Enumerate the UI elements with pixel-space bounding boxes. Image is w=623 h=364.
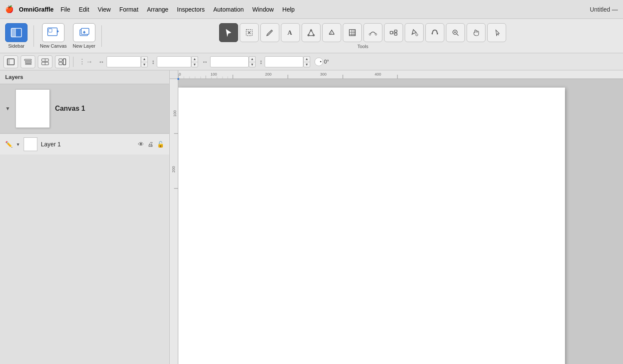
tools-row: A — [219, 23, 506, 42]
canvas-white-area — [178, 88, 565, 364]
x-coord-input[interactable] — [107, 56, 141, 67]
new-canvas-icon — [42, 23, 64, 42]
angle-display: 0° — [315, 58, 337, 66]
menu-help[interactable]: Help — [279, 5, 298, 14]
layer-chevron-icon[interactable]: ▼ — [16, 142, 20, 147]
sidebar-button[interactable]: Sidebar — [3, 21, 29, 50]
select-tool[interactable] — [219, 23, 238, 42]
canvas-item[interactable]: ▼ Canvas 1 — [0, 84, 169, 133]
y-coord-group: ↕ ▲ ▼ — [150, 56, 198, 67]
new-canvas-button[interactable]: New Canvas — [38, 21, 68, 50]
width-stepper-up[interactable]: ▲ — [249, 56, 256, 62]
menu-window[interactable]: Window — [249, 5, 277, 14]
y-coord-input[interactable] — [157, 56, 191, 67]
svg-text:A: A — [287, 29, 292, 36]
layer-name: Layer 1 — [41, 141, 134, 148]
svg-point-20 — [369, 33, 371, 35]
new-canvas-label: New Canvas — [40, 43, 67, 49]
menu-file[interactable]: File — [57, 5, 74, 14]
canvas-separator: ⋮→ — [77, 58, 95, 66]
menu-arrange[interactable]: Arrange — [144, 5, 172, 14]
x-stepper-up[interactable]: ▲ — [141, 56, 148, 62]
y-coord-icon: ↕ — [150, 58, 156, 65]
height-stepper-up[interactable]: ▲ — [303, 56, 310, 62]
x-stepper-down[interactable]: ▼ — [141, 62, 148, 67]
magnet-tool[interactable] — [425, 23, 444, 42]
svg-point-27 — [416, 33, 418, 36]
pen-tool[interactable] — [260, 23, 279, 42]
secondary-toolbar: ⋮→ ↔ ▲ ▼ ↕ ▲ ▼ ↔ ▲ ▼ — [0, 53, 623, 70]
outline-view-btn[interactable] — [21, 55, 35, 68]
layer-pen-icon[interactable]: ✏️ — [5, 141, 12, 148]
layer-lock-icon[interactable]: 🔓 — [157, 141, 164, 148]
menu-automation[interactable]: Automation — [210, 5, 247, 14]
shape-select-tool[interactable] — [240, 23, 259, 42]
menu-edit[interactable]: Edit — [75, 5, 92, 14]
width-stepper: ▲ ▼ — [249, 56, 256, 67]
main-layout: Layers ▼ Canvas 1 ✏️ ▼ Layer 1 👁 🖨 🔓 — [0, 70, 623, 364]
menu-format[interactable]: Format — [116, 5, 142, 14]
text-tool[interactable]: A — [281, 23, 300, 42]
new-layer-label: New Layer — [73, 43, 95, 49]
angle-value: 0° — [324, 59, 337, 65]
pan-tool[interactable] — [467, 23, 486, 42]
layer-item[interactable]: ✏️ ▼ Layer 1 👁 🖨 🔓 — [0, 133, 169, 155]
svg-point-21 — [375, 33, 377, 35]
menu-view[interactable]: View — [95, 5, 114, 14]
svg-text:200: 200 — [171, 166, 176, 173]
svg-rect-8 — [81, 28, 89, 34]
y-stepper: ▲ ▼ — [191, 56, 198, 67]
svg-rect-3 — [48, 28, 57, 36]
grid-tool[interactable] — [343, 23, 362, 42]
vertical-ruler: 100 200 — [170, 79, 178, 364]
sidebar: Layers ▼ Canvas 1 ✏️ ▼ Layer 1 👁 🖨 🔓 — [0, 70, 170, 364]
canvas-area[interactable]: 100 200 300 400 0 — [170, 70, 623, 364]
toolbar: Sidebar New Canvas New Layer — [0, 19, 623, 53]
layer-visibility-icon[interactable]: 👁 — [138, 141, 144, 148]
sidebar-header: Layers — [0, 70, 169, 84]
window-title: Untitled — — [590, 6, 618, 13]
connect-tool[interactable] — [384, 23, 403, 42]
svg-rect-37 — [25, 61, 31, 63]
new-layer-icon — [73, 23, 95, 42]
angle-dot — [320, 61, 321, 62]
zoom-tool[interactable] — [446, 23, 465, 42]
svg-rect-43 — [59, 59, 62, 61]
group-view-btn[interactable] — [55, 55, 70, 68]
svg-rect-36 — [24, 59, 31, 61]
shared-layers-btn[interactable] — [38, 55, 52, 68]
y-stepper-down[interactable]: ▼ — [191, 62, 198, 67]
toolbar-divider-1 — [34, 25, 34, 47]
svg-rect-35 — [7, 59, 10, 65]
height-coord-group: ↕ ▲ ▼ — [258, 56, 310, 67]
height-input[interactable] — [265, 56, 303, 67]
height-stepper-down[interactable]: ▼ — [303, 62, 310, 67]
canvas-name: Canvas 1 — [55, 105, 85, 112]
shape-tool[interactable] — [302, 23, 321, 42]
new-layer-button[interactable]: New Layer — [71, 21, 97, 50]
layer-actions: 👁 🖨 🔓 — [138, 141, 164, 148]
sidebar-label: Sidebar — [8, 43, 24, 49]
cursor-tool[interactable] — [487, 23, 506, 42]
width-input[interactable] — [210, 56, 249, 67]
svg-rect-22 — [390, 31, 393, 34]
fill-tool[interactable] — [405, 23, 424, 42]
svg-text:300: 300 — [320, 72, 327, 76]
layer-print-icon[interactable]: 🖨 — [147, 141, 153, 148]
svg-rect-15 — [349, 30, 355, 36]
toolbar-divider-2 — [101, 25, 102, 47]
curve-tool[interactable] — [363, 23, 382, 42]
menubar: 🍎 OmniGraffle File Edit View Format Arra… — [0, 0, 623, 19]
menu-inspectors[interactable]: Inspectors — [174, 5, 208, 14]
y-stepper-up[interactable]: ▲ — [191, 56, 198, 62]
svg-rect-23 — [394, 30, 397, 32]
width-stepper-down[interactable]: ▼ — [249, 62, 256, 67]
canvas-view-btn[interactable] — [3, 55, 18, 68]
edit-points-tool[interactable] — [322, 23, 341, 42]
svg-text:100: 100 — [211, 72, 217, 76]
svg-rect-44 — [59, 62, 62, 65]
svg-rect-38 — [25, 64, 31, 64]
sidebar-icon — [5, 23, 27, 42]
app-name[interactable]: OmniGraffle — [19, 6, 54, 13]
apple-menu[interactable]: 🍎 — [5, 5, 14, 13]
